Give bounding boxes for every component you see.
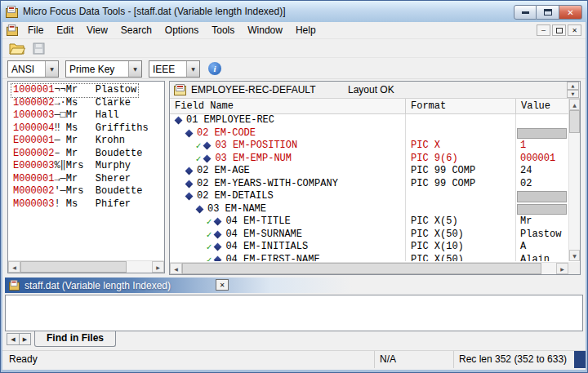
menu-help[interactable]: Help: [289, 23, 323, 38]
column-header-field-name[interactable]: Field Name: [170, 99, 406, 113]
record-row[interactable]: 1000003—□Mr Hall: [11, 109, 121, 122]
field-format: [406, 190, 516, 203]
tab-find-in-files[interactable]: Find in Files: [34, 331, 116, 347]
maximize-icon: [544, 9, 552, 16]
float-format-combo[interactable]: IEEE ▼: [149, 60, 200, 78]
check-icon: ✓: [195, 153, 202, 166]
docked-pane-close-button[interactable]: ✕: [216, 279, 229, 291]
chevron-down-icon[interactable]: ▼: [128, 61, 141, 77]
field-value[interactable]: [516, 203, 568, 216]
field-row[interactable]: 02 EM-DETAILS: [170, 190, 568, 203]
vscrollbar-thumb[interactable]: [569, 110, 580, 133]
mdi-minimize-button[interactable]: –: [537, 24, 550, 36]
field-value[interactable]: Plastow: [516, 229, 568, 242]
charset-combo[interactable]: ANSI ▼: [7, 60, 59, 78]
menu-window[interactable]: Window: [241, 23, 289, 38]
status-position: N/A: [374, 351, 453, 368]
menu-edit[interactable]: Edit: [50, 23, 80, 38]
close-button[interactable]: ✕: [559, 5, 582, 20]
info-button[interactable]: i: [208, 62, 221, 75]
grid-header: Field Name Format Value: [170, 99, 568, 114]
scrollbar-corner: [568, 262, 580, 274]
field-value[interactable]: 24: [516, 165, 568, 178]
field-row[interactable]: ✓03 EM-POSITIONPIC X1: [170, 140, 568, 153]
docked-pane-caption[interactable]: staff.dat (Variable length Indexed) ✕: [5, 278, 583, 293]
field-value[interactable]: [516, 127, 568, 140]
scroll-right-button[interactable]: ▶: [152, 261, 164, 273]
field-value[interactable]: [516, 190, 568, 203]
field-row[interactable]: ✓04 EM-TITLEPIC X(5)Mr: [170, 215, 568, 229]
menu-options[interactable]: Options: [158, 23, 205, 38]
title-bar[interactable]: Micro Focus Data Tools - [staff.dat (Var…: [1, 1, 587, 22]
record-row[interactable]: E000001— Mr Krohn: [11, 135, 127, 148]
mdi-restore-button[interactable]: [552, 24, 566, 36]
mdi-close-button[interactable]: ✕: [568, 24, 581, 36]
tab-scroll-right-button[interactable]: ▶: [19, 334, 30, 344]
scroll-left-button[interactable]: ◀: [8, 261, 20, 273]
hscrollbar-thumb[interactable]: [182, 263, 541, 274]
record-list-hscrollbar[interactable]: ◀ ▶: [8, 260, 164, 273]
field-value[interactable]: [516, 114, 568, 127]
check-icon: ✓: [206, 215, 212, 229]
field-name: 04 EM-TITLE: [225, 215, 290, 229]
field-row[interactable]: 01 EMPLOYEE-REC: [170, 114, 568, 127]
field-name: 04 EM-SURNAME: [225, 229, 302, 242]
chevron-down-icon[interactable]: ▼: [186, 61, 199, 77]
record-row[interactable]: M000001→—Mr Sherer: [11, 173, 132, 186]
field-name: 02 EM-DETAILS: [197, 190, 274, 203]
save-button[interactable]: [28, 40, 50, 56]
field-row[interactable]: 02 EM-YEARS-WITH-COMPANYPIC 99 COMP02: [170, 178, 568, 191]
record-row[interactable]: E000002– Mr Boudette: [11, 148, 144, 161]
menu-file[interactable]: File: [21, 23, 50, 38]
tab-scroll-left-button[interactable]: ◀: [7, 334, 19, 344]
field-value[interactable]: 02: [516, 178, 568, 191]
record-row[interactable]: E000003%‖Mrs Murphy: [11, 160, 132, 173]
maximize-button[interactable]: [537, 5, 559, 20]
grid-vscrollbar[interactable]: ▲ ▼: [568, 99, 580, 261]
record-row[interactable]: 1000004‼ Ms Griffiths: [11, 122, 150, 135]
menu-tools[interactable]: Tools: [205, 23, 241, 38]
open-button[interactable]: [6, 40, 28, 56]
scroll-right-button[interactable]: ▶: [556, 263, 568, 274]
scroll-down-button[interactable]: ▼: [569, 250, 580, 261]
minimize-button[interactable]: [514, 5, 537, 20]
menu-view[interactable]: View: [80, 23, 114, 38]
field-row[interactable]: ✓03 EM-EMP-NUMPIC 9(6)000001: [170, 153, 568, 166]
record-row[interactable]: M000002'—Mrs Boudette: [11, 185, 144, 198]
field-value[interactable]: A: [516, 241, 568, 254]
hscrollbar-thumb[interactable]: [20, 261, 127, 273]
field-value[interactable]: 1: [516, 140, 568, 153]
field-row[interactable]: 03 EM-NAME: [170, 203, 568, 216]
record-spin-up-button[interactable]: ▲: [567, 82, 579, 90]
mdi-document-icon[interactable]: [7, 24, 18, 36]
grid-hscrollbar[interactable]: ◀ ▶: [170, 262, 568, 274]
scroll-up-button[interactable]: ▲: [569, 99, 580, 110]
field-format: PIC X(50): [406, 229, 516, 242]
column-header-value[interactable]: Value: [516, 99, 568, 113]
options-toolbar: ANSI ▼ Prime Key ▼ IEEE ▼ i: [2, 58, 586, 79]
field-value[interactable]: 000001: [516, 153, 568, 166]
field-row[interactable]: 02 EM-AGEPIC 99 COMP24: [170, 165, 568, 178]
field-value[interactable]: Alain: [516, 254, 568, 262]
column-header-format[interactable]: Format: [406, 99, 516, 113]
record-row[interactable]: M000003! Ms Phifer: [11, 198, 132, 211]
find-results-pane[interactable]: [5, 295, 583, 331]
field-row[interactable]: 02 EM-CODE: [170, 127, 568, 140]
field-row[interactable]: ✓04 EM-FIRST-NAMEPIC X(50)Alain: [170, 254, 568, 262]
scroll-left-button[interactable]: ◀: [170, 263, 182, 274]
chevron-down-icon[interactable]: ▼: [45, 61, 58, 77]
field-diamond-icon: [203, 142, 212, 150]
record-spin-down-button[interactable]: ▼: [567, 90, 579, 98]
record-row[interactable]: 1000001¬¬Mr Plastow: [11, 84, 138, 97]
key-combo[interactable]: Prime Key ▼: [65, 60, 142, 78]
scroll-left-icon: ◀: [174, 266, 178, 272]
key-combo-value: Prime Key: [66, 61, 128, 77]
resize-grip[interactable]: [574, 351, 586, 368]
file-icon: [9, 280, 20, 291]
field-row[interactable]: ✓04 EM-INITIALSPIC X(10)A: [170, 241, 568, 254]
menu-search[interactable]: Search: [114, 23, 158, 38]
record-row[interactable]: 1000002→·Ms Clarke: [11, 97, 132, 110]
field-value[interactable]: Mr: [516, 215, 568, 229]
field-row[interactable]: ✓04 EM-SURNAMEPIC X(50)Plastow: [170, 229, 568, 242]
field-name: 03 EM-NAME: [207, 203, 266, 216]
